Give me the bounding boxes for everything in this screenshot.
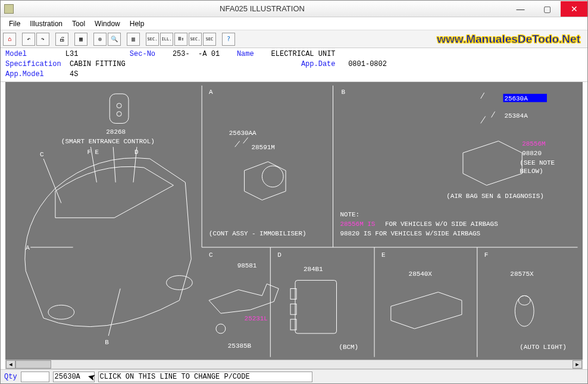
panel-d-label: D [277, 251, 282, 259]
part-28540x[interactable]: 28540X [409, 270, 433, 278]
appdate-label: App.Date [301, 60, 336, 68]
titlebar: NFA025 ILLUSTRATION — ▢ ✕ [1, 1, 587, 17]
car-ref-d: D [135, 149, 139, 156]
note-line1b: FOR VEHICLES W/O SIDE AIRBAGS [385, 221, 498, 228]
redo-button[interactable]: ↷ [36, 33, 49, 46]
window-title: NFA025 ILLUSTRATION [17, 4, 507, 13]
svg-point-17 [262, 166, 283, 187]
appmodel-value: 4S [70, 70, 78, 78]
menu-illustration[interactable]: Illustration [25, 18, 67, 29]
app-icon [4, 4, 14, 14]
part-25630a[interactable]: 25630A [504, 95, 528, 102]
svg-point-8 [117, 112, 121, 117]
svg-point-18 [216, 324, 226, 333]
menu-help[interactable]: Help [125, 18, 149, 29]
partcode-input[interactable] [53, 372, 95, 382]
airbag-label: (AIR BAG SEN & DIAGNOSIS) [446, 193, 544, 200]
scroll-right-button[interactable]: ► [573, 360, 582, 369]
part-25630aa[interactable]: 25630AA [229, 130, 257, 137]
panel-c-part-icon [209, 284, 279, 333]
toolbar: ⌂ ↶ ↷ 🖨 ▦ ● 🔍 ▥ SEC. ILL. Ⅲ↕ SEC. SEC ? … [1, 30, 587, 48]
svg-line-16 [108, 289, 120, 336]
car-ref-a: A [26, 244, 30, 251]
panel-b-label: B [341, 89, 345, 96]
keyfob-icon [110, 94, 129, 124]
sec3-button[interactable]: SEC [203, 33, 216, 46]
car-ref-c: C [40, 151, 44, 158]
menu-tool[interactable]: Tool [67, 18, 90, 29]
secno-value: 253- -A 01 [173, 50, 220, 58]
svg-point-23 [515, 296, 534, 327]
sec2-button[interactable]: SEC. [189, 33, 202, 46]
scroll-thumb[interactable] [15, 360, 51, 369]
see-note-2: BELOW) [520, 168, 543, 175]
undo-button[interactable]: ↶ [22, 33, 35, 46]
part-25384a[interactable]: 25384A [504, 112, 528, 119]
name-value: ELECTRICAL UNIT [271, 50, 336, 58]
model-label: Model [5, 50, 27, 58]
airbag-module-icon [463, 93, 522, 185]
menu-window[interactable]: Window [90, 18, 125, 29]
note-line1a: 28556M IS [340, 221, 375, 228]
view-button[interactable]: ▥ [127, 33, 140, 46]
part-98820[interactable]: 98820 [522, 150, 542, 157]
sort-button[interactable]: Ⅲ↕ [174, 33, 187, 46]
name-label: Name [237, 50, 254, 58]
minimize-button[interactable]: — [507, 1, 534, 17]
part-28591m[interactable]: 28591M [252, 144, 275, 152]
app-window: NFA025 ILLUSTRATION — ▢ ✕ File Illustrat… [0, 0, 588, 384]
car-ref-fe: F E [87, 149, 99, 156]
spec-value: CABIN FITTING [70, 60, 126, 68]
svg-line-13 [113, 147, 115, 183]
panel-c-label: C [209, 251, 213, 259]
part-284b1[interactable]: 284B1 [304, 266, 323, 273]
hint-input[interactable] [98, 372, 312, 382]
part-25385b[interactable]: 25385B [228, 342, 252, 350]
home-button[interactable]: ⌂ [3, 33, 16, 46]
qty-input[interactable] [21, 372, 49, 382]
auto-light-label: (AUTO LIGHT) [520, 344, 567, 351]
scroll-left-button[interactable]: ◄ [6, 360, 15, 369]
panel-f-label: F [484, 251, 489, 259]
panel-a-label: A [209, 89, 213, 96]
svg-point-10 [167, 276, 193, 290]
illustration-canvas[interactable]: A B C D E F 28268 (SMART ENTRANCE CONTRO… [5, 82, 583, 360]
panel-e-label: E [381, 251, 386, 259]
part-25231l[interactable]: 25231L [245, 315, 268, 322]
svg-point-24 [518, 296, 530, 306]
qty-label: Qty [4, 373, 17, 381]
statusbar: Qty [1, 369, 587, 383]
brand-watermark: www.ManualesDeTodo.Net [437, 33, 580, 46]
note-label: NOTE: [340, 212, 359, 219]
menu-file[interactable]: File [4, 18, 25, 29]
appmodel-label: App.Model [5, 70, 44, 78]
print-button[interactable]: 🖨 [55, 33, 68, 46]
secno-label: Sec-No [130, 50, 155, 58]
diagram-svg: A B C D E F 28268 (SMART ENTRANCE CONTRO… [5, 82, 583, 360]
grid-button[interactable]: ▦ [74, 33, 87, 46]
maximize-button[interactable]: ▢ [534, 1, 561, 17]
sec1-button[interactable]: SEC. [146, 33, 159, 46]
scroll-track[interactable] [15, 360, 573, 369]
immobiliser-label: (CONT ASSY - IMMOBILISER) [209, 231, 306, 238]
horizontal-scrollbar[interactable]: ◄ ► ➤ [5, 360, 583, 369]
svg-rect-6 [110, 94, 129, 124]
bcm-icon [290, 281, 336, 333]
part-98581[interactable]: 98581 [237, 262, 257, 269]
part-28575x[interactable]: 28575X [510, 270, 534, 278]
search-button[interactable]: 🔍 [108, 33, 121, 46]
close-button[interactable]: ✕ [561, 1, 587, 17]
appdate-value: 0801-0802 [348, 60, 387, 68]
part-28556m[interactable]: 28556M [522, 141, 545, 148]
help-button[interactable]: ? [222, 33, 235, 46]
spec-label: Specification [5, 60, 61, 68]
menubar: File Illustration Tool Window Help [1, 17, 587, 30]
ill-button[interactable]: ILL. [160, 33, 173, 46]
see-note-1: (SEE NOTE [520, 159, 555, 166]
car-outline-icon [25, 147, 192, 336]
record-button[interactable]: ● [93, 33, 107, 46]
part-28268[interactable]: 28268 [106, 129, 126, 136]
info-panel: Model L31 Sec-No 253- -A 01 Name ELECTRI… [1, 48, 587, 82]
model-value: L31 [65, 50, 79, 58]
note-line2: 98820 IS FOR VEHICLES W/SIDE AIRBAGS [340, 231, 480, 238]
